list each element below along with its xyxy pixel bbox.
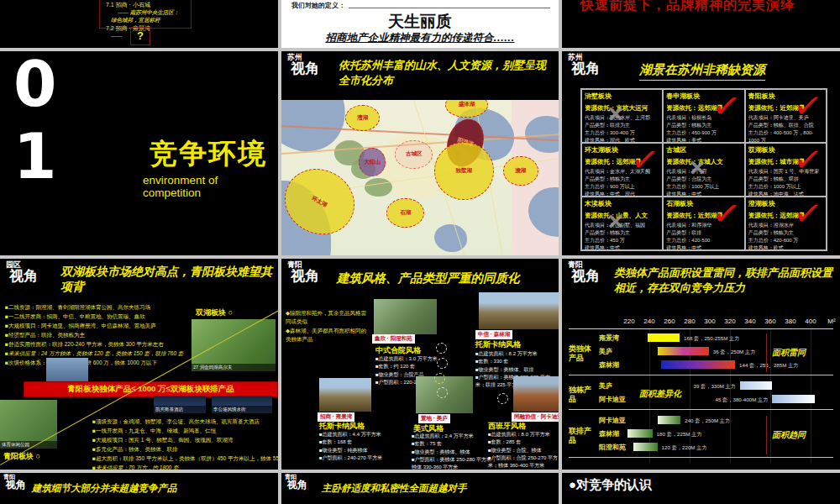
park-photo: 体育休闲公园: [0, 400, 57, 449]
plate-name: 青阳板块: [748, 92, 823, 101]
slide-detail-title[interactable]: 青阳 视角 建筑细节大部分并未超越竞争产品: [0, 473, 278, 504]
project-spec-line: ■物业类型：合院、独体: [488, 447, 559, 454]
map-zone: 石湖: [386, 198, 424, 228]
plate-detail-line: 建筑风格：中式: [585, 244, 659, 250]
slide-suzhou-map[interactable]: 苏州 视角 依托苏州丰富的山水、人文资源，别墅呈现全市化分布 漕湖盛泽湖阳澄湖古…: [281, 51, 559, 255]
chart-bar-value: 168 套，250-255M 主力: [684, 335, 739, 343]
project-spec-line: ■套数：285 套: [488, 438, 559, 446]
cluster-circle-1: [436, 343, 447, 354]
slide-competition-view[interactable]: ●对竞争的认识: [562, 473, 840, 504]
map-zone-label: 漕湖: [357, 114, 368, 122]
map-zone-label: 古城区: [406, 150, 423, 158]
project-spec-list: ■总建筑面积：4.4 万平方米■套数：168 套■物业类型：纯类独体■户型面积：…: [319, 431, 405, 462]
chart-group-divider: [569, 409, 833, 410]
hotel-photo: 凯宾斯基酒店: [154, 396, 206, 413]
axis-tick-label: 260: [660, 318, 679, 325]
brand-title: 快速前提下，品牌精神的完美演绎: [580, 0, 795, 14]
plate-cell: 双湖板块资源依托：城市湖景代表项目：国宾 1 号、中海世家产品类型：独栋、双拼主…: [745, 143, 827, 197]
plate-cell: 石湖板块资源依托：近郊湖景代表项目：和序湖华产品类型：联排主力总价：420-50…: [663, 197, 744, 250]
project-spec-line: ■户型面积：240-270 平方米: [319, 454, 405, 462]
plate-detail-line: 代表项目：金水岸、太湖天阙: [585, 168, 659, 176]
slide-definition[interactable]: 我们对她的定义： 天生丽质 招商地产企业精神最有力的传递符合……: [281, 0, 559, 48]
slide-section-01[interactable]: 0 1 竞争环境 environment of competition: [0, 51, 278, 255]
bedroom-slide-title: 主卧舒适度和私密性全面超越对手: [322, 482, 467, 495]
chart-range-bar: [661, 360, 735, 369]
definition-kicker: 我们对她的定义：: [291, 1, 345, 10]
map-slide-title: 依托苏州丰富的山水、人文资源，别墅呈现全市化分布: [339, 58, 549, 87]
project-photo: [479, 292, 559, 329]
chart-range-bar: [658, 416, 681, 424]
bullet-item: ■一二线开发商：招商、中信、中粮置地、协信置瑞、鑫欣: [5, 312, 190, 321]
project-card-area: 鑫欣 · 阳澄和苑中式合院风格■总建筑面积：3.0 万平方米■套数：约 120 …: [281, 259, 559, 470]
park-slide-title: 双湖板块市场绝对高点，青阳板块难望其项背: [60, 264, 272, 294]
plate-detail-line: 代表项目：阳光水岸、上河郡: [585, 114, 659, 122]
slide-homogenization[interactable]: 青阳 视角 建筑风格、产品类型严重的同质化 ◆除阳澄和苑外，其余竞品风格雷同或类…: [281, 259, 559, 470]
map-zone-label: 盛泽湖: [459, 101, 475, 108]
plate-resource: 资源依托：远郊湖景: [748, 212, 823, 220]
plate-detail-line: 建筑风格：中式、现代: [585, 191, 659, 197]
plate-detail-line: 建筑风格：中式: [666, 191, 741, 197]
golf-photo-caption: 27 洞金鸡湖高尔夫: [192, 364, 276, 371]
bullet-item: ■多元化产品：独体、类独体、联排: [92, 444, 277, 454]
project-style-name: 托斯卡纳风格: [475, 339, 521, 350]
chart-range-bar: [740, 381, 772, 390]
chart-range-bar: [658, 347, 709, 355]
cluster-circle-4: [437, 387, 448, 398]
tag-view: 视角: [6, 480, 26, 490]
map-zone: 独墅湖: [434, 142, 494, 200]
tag-view: 视角: [9, 269, 38, 284]
bullet-item: ■顶级资源：金鸡湖、独墅湖、李公堤、高尔夫球场、凯宾斯基大酒店: [92, 417, 277, 426]
chart-row-label: 美庐: [599, 347, 646, 356]
toc-item-71-sub2: 绿色城邦，宜居标杆: [111, 17, 160, 24]
suzhou-map: 漕湖盛泽湖阳澄湖古城区独墅湖澹湖环太湖大阳山石湖: [281, 100, 559, 255]
slide-park-comparison[interactable]: 园区 视角 双湖板块市场绝对高点，青阳板块难望其项背 ■二线资源：阳澄湖、青剑湖…: [0, 259, 278, 470]
axis-unit-label: M²: [822, 318, 840, 325]
axis-tick-label: 320: [721, 318, 739, 325]
slide-brand-spirit[interactable]: 快速前提下，品牌精神的完美演绎: [562, 0, 840, 48]
section-digit-1: 1: [13, 125, 57, 187]
plate-name: 石湖板块: [666, 199, 741, 208]
plate-name: 浒墅板块: [585, 92, 659, 101]
shuanghu-bullet-list: ■顶级资源：金鸡湖、独墅湖、李公堤、高尔夫球场、凯宾斯基大酒店■一线开发商：九龙…: [92, 417, 277, 470]
project-photo: [319, 378, 371, 412]
chart-bar-value: 120 套，220M 主力: [662, 444, 707, 452]
map-zone: 漕湖: [345, 105, 381, 132]
plate-detail-line: 代表项目：国宾 1 号、中海世家: [748, 168, 823, 176]
viewpoint-tag: 苏州 视角: [568, 54, 600, 76]
axis-tick-label: 280: [680, 318, 699, 325]
bullet-item: ■未来供应量：24 万方独体，类独体 120 套，类独体 150 套，联排 76…: [5, 349, 190, 358]
project-spec-line: ■物业类型：纯类独体: [319, 447, 405, 454]
map-zone: 澹湖: [503, 156, 538, 186]
slide-area-chart[interactable]: 青阳 视角 类独体产品面积设置雷同，联排产品面积设置相近，存在双向竞争力压力 2…: [562, 259, 840, 470]
definition-title: 天生丽质: [281, 11, 559, 33]
slide-bedroom-title[interactable]: 青阳 视角 主卧舒适度和私密性全面超越对手: [281, 473, 559, 504]
plate-detail-line: 建筑风格：地中海、法式: [748, 191, 823, 197]
chart-row-label: 森林湖: [599, 360, 646, 370]
axis-tick-label: 360: [761, 318, 780, 325]
axis-tick-label: 220: [620, 318, 638, 325]
plate-resource: 资源依托：远郊湖景: [666, 104, 741, 113]
bullet-item: ■一线开发商：九龙仓、中海、绿城、新鸿基、仁恒: [92, 426, 277, 435]
tag-view: 视角: [287, 480, 307, 490]
slide-lake-resource-table[interactable]: 苏州 视角 湖景在苏州非稀缺资源 浒墅板块资源依托：京杭大运河代表项目：阳光水岸…: [562, 51, 840, 255]
project-spec-line: ■总建筑面积：2.4 万平方米: [412, 433, 500, 440]
project-photo: [513, 376, 559, 412]
project-chip: 置地 · 美庐: [418, 414, 450, 423]
plate-cell: 古城区资源依托：古城人文代表项目：平门府产品类型：合院为主主力总价：1000 万…: [663, 143, 744, 197]
chart-group-label: 类独体产品: [569, 344, 597, 363]
map-zone-label: 环太湖: [311, 195, 328, 209]
chart-range-bar: [627, 429, 653, 438]
toc-item-72-sub: ——: [111, 33, 122, 39]
plate-detail-line: 代表项目：和序湖华: [666, 222, 741, 229]
shuanghu-plate-chip: 双湖板块 ○: [196, 307, 233, 318]
chart-row-label: 阿卡迪亚: [599, 416, 646, 425]
project-spec-list: ■总建筑面积：2.4 万平方米■套数：75 套■物业类型：类独体、独体■户型面积…: [412, 433, 500, 470]
chart-annotation: 面积趋同: [772, 429, 806, 441]
project-spec-line: ■户型面积：类独体 250-280 平方米；独体 330-360 平方米: [412, 456, 500, 470]
golf-course-photo: 27 洞金鸡湖高尔夫: [192, 319, 276, 371]
slide-toc-residential[interactable]: 7.1 招商 · 小石城 —— 南苏州中央生活区： 绿色城邦，宜居标杆 7.2 …: [0, 0, 278, 48]
area-range-chart: 220240260280300320340360380400M²雍景湾168 套…: [562, 318, 840, 467]
plate-detail-line: 主力总价：450-900 万: [666, 129, 741, 137]
plate-detail-line: 主力总价：420-600 万: [748, 237, 823, 244]
section-subtitle-en: environment of competition: [143, 174, 278, 199]
